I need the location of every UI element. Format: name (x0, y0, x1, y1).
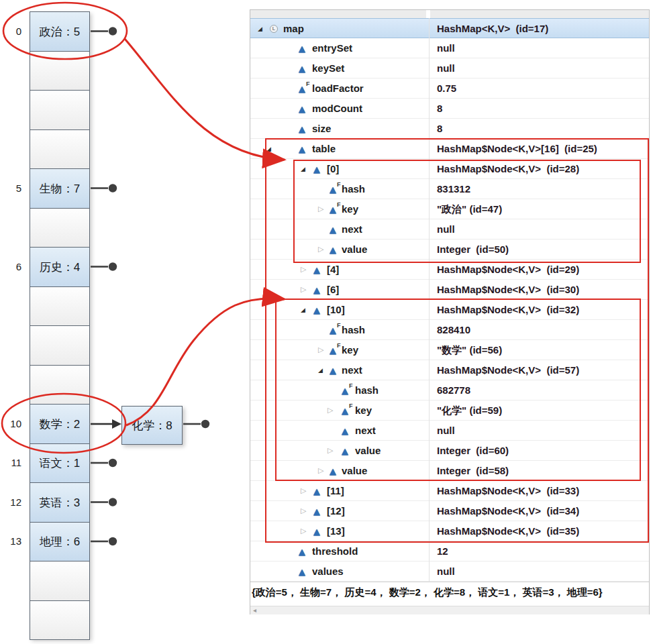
var-row-value[interactable]: ▷▲valueInteger (id=50) (250, 239, 649, 260)
expander-closed-icon[interactable]: ▷ (301, 481, 306, 501)
field-icon: ▲ (313, 501, 320, 521)
slot-index: 0 (1, 25, 21, 37)
array-slot (30, 90, 90, 130)
slot-label: 数学：2 (40, 417, 80, 432)
variable-name: next (342, 360, 362, 380)
chain-node-box: 化学：8 (121, 406, 183, 445)
var-row-next[interactable]: ▲nextnull (250, 219, 649, 239)
expander-open-icon[interactable]: ◢ (301, 300, 305, 320)
var-row-key[interactable]: ▷▲Fkey"化学" (id=59) (250, 400, 649, 421)
var-row-size[interactable]: ▲size8 (250, 119, 649, 139)
var-row-next[interactable]: ◢▲nextHashMap$Node<K,V> (id=57) (250, 360, 649, 380)
variable-name: [13] (327, 521, 345, 541)
expander-closed-icon[interactable]: ▷ (318, 340, 323, 360)
array-slot: 地理：6 (30, 522, 90, 561)
var-row-next[interactable]: ▲nextnull (250, 421, 649, 441)
variable-name: [0] (327, 159, 339, 179)
field-icon: ▲ (330, 320, 336, 340)
expander-closed-icon[interactable]: ▷ (328, 441, 333, 461)
array-slot (30, 286, 90, 326)
field-icon: ▲ (330, 239, 336, 260)
var-row-10[interactable]: ◢▲[10]HashMap$Node<K,V> (id=32) (250, 300, 649, 320)
var-row-hash[interactable]: ▲Fhash831312 (250, 179, 649, 199)
field-icon: ▲ (313, 481, 320, 501)
final-field-marker: F (337, 201, 341, 208)
scroll-left-icon[interactable]: ◂ (253, 606, 256, 614)
var-row-modCount[interactable]: ▲modCount8 (250, 99, 649, 119)
variable-value: Integer (id=58) (437, 461, 509, 481)
slot-index: 5 (1, 182, 21, 194)
variable-value: null (437, 561, 455, 582)
var-row-11[interactable]: ▷▲[11]HashMap$Node<K,V> (id=33) (250, 481, 649, 501)
final-field-marker: F (337, 181, 341, 188)
array-slot: 历史：4 (30, 247, 90, 287)
variable-value: null (437, 58, 455, 78)
var-row-values[interactable]: ▲valuesnull (250, 561, 649, 582)
expander-closed-icon[interactable]: ▷ (328, 400, 333, 421)
field-icon: ▲ (330, 179, 336, 199)
var-row-12[interactable]: ▷▲[12]HashMap$Node<K,V> (id=34) (250, 501, 649, 521)
var-row-4[interactable]: ▷▲[4]HashMap$Node<K,V> (id=29) (250, 260, 649, 280)
var-row-key[interactable]: ▷▲Fkey"数学" (id=56) (250, 340, 649, 360)
expander-open-icon[interactable]: ◢ (258, 19, 262, 39)
field-icon: ▲ (299, 561, 305, 582)
expander-closed-icon[interactable]: ▷ (301, 521, 306, 541)
var-row-map[interactable]: ◢LmapHashMap<K,V> (id=17) (250, 18, 649, 38)
array-slot: 语文：1 (30, 443, 90, 483)
expander-closed-icon[interactable]: ▷ (318, 239, 323, 260)
variable-value: Integer (id=60) (437, 441, 509, 461)
var-row-keySet[interactable]: ▲keySetnull (250, 58, 649, 78)
variable-value: HashMap$Node<K,V> (id=33) (437, 481, 579, 501)
expander-closed-icon[interactable]: ▷ (301, 260, 306, 280)
final-field-marker: F (337, 342, 341, 349)
var-row-loadFactor[interactable]: ▲FloadFactor0.75 (250, 78, 649, 99)
variable-value: "数学" (id=56) (437, 340, 502, 360)
chain-arrow (91, 419, 121, 429)
variable-value: HashMap<K,V> (id=17) (437, 19, 548, 39)
var-row-value[interactable]: ▷▲valueInteger (id=58) (250, 461, 649, 481)
detail-pane[interactable]: {政治=5， 生物=7， 历史=4， 数学=2， 化学=8， 语文=1， 英语=… (250, 582, 649, 606)
expander-closed-icon[interactable]: ▷ (301, 501, 306, 521)
expander-open-icon[interactable]: ◢ (318, 360, 323, 380)
variable-value: null (437, 421, 455, 441)
variable-value: HashMap$Node<K,V>[16] (id=25) (437, 139, 597, 159)
field-icon: ▲ (313, 280, 320, 300)
var-row-table[interactable]: ◢▲tableHashMap$Node<K,V>[16] (id=25) (250, 139, 649, 159)
var-row-value[interactable]: ▷▲valueInteger (id=60) (250, 441, 649, 461)
variable-name: values (312, 561, 344, 582)
expander-open-icon[interactable]: ◢ (301, 159, 305, 179)
variable-name: [4] (327, 260, 339, 280)
variable-name: loadFactor (312, 78, 364, 99)
variable-name: [6] (327, 280, 339, 300)
expander-closed-icon[interactable]: ▷ (318, 461, 323, 481)
chain-pointer (183, 420, 209, 428)
var-row-threshold[interactable]: ▲threshold12 (250, 541, 649, 561)
variable-name: entrySet (312, 38, 352, 58)
variable-value: 682778 (437, 380, 470, 400)
var-row-13[interactable]: ▷▲[13]HashMap$Node<K,V> (id=35) (250, 521, 649, 541)
variable-value: 828410 (437, 320, 470, 340)
var-row-0[interactable]: ◢▲[0]HashMap$Node<K,V> (id=28) (250, 159, 649, 179)
var-row-key[interactable]: ▷▲Fkey"政治" (id=47) (250, 199, 649, 219)
var-row-hash[interactable]: ▲Fhash682778 (250, 380, 649, 400)
variable-name: hash (342, 320, 365, 340)
array-slot: 数学：2 (30, 404, 90, 444)
variables-tree[interactable]: ◢LmapHashMap<K,V> (id=17)▲entrySetnull▲k… (250, 18, 649, 582)
var-row-entrySet[interactable]: ▲entrySetnull (250, 38, 649, 58)
final-field-marker: F (349, 382, 353, 389)
var-row-6[interactable]: ▷▲[6]HashMap$Node<K,V> (id=30) (250, 280, 649, 300)
var-row-hash[interactable]: ▲Fhash828410 (250, 320, 649, 340)
field-icon: ▲ (299, 139, 305, 159)
field-icon: ▲ (313, 300, 320, 320)
variable-value: null (437, 38, 455, 58)
expander-closed-icon[interactable]: ▷ (318, 199, 323, 219)
expander-open-icon[interactable]: ◢ (266, 139, 271, 159)
column-divider[interactable] (429, 18, 430, 582)
array-slot: 英语：3 (30, 482, 90, 523)
variable-name: key (342, 340, 358, 360)
horizontal-scrollbar[interactable]: ◂ (250, 606, 649, 614)
slot-label: 地理：6 (40, 534, 80, 549)
expander-closed-icon[interactable]: ▷ (301, 280, 306, 300)
array-slot (30, 365, 90, 405)
variable-name: value (342, 239, 367, 260)
